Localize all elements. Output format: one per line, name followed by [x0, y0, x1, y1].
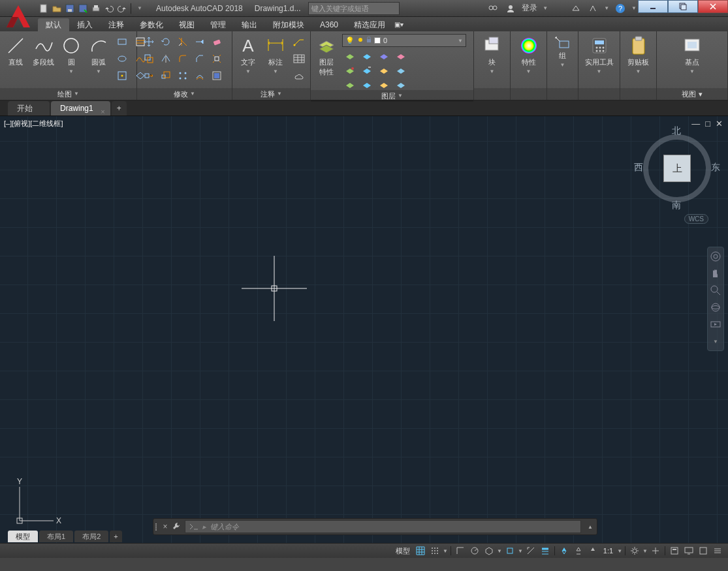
rotate-icon[interactable] — [158, 34, 174, 50]
layeroff-icon[interactable] — [342, 48, 358, 64]
viewcube-west[interactable]: 西 — [634, 162, 643, 174]
clipboard-button[interactable]: 剪贴板▼ — [626, 34, 650, 76]
panel-modify-title[interactable]: 修改▼ — [137, 88, 232, 100]
tab-annotate[interactable]: 注释 — [101, 18, 132, 31]
annoauto-icon[interactable] — [586, 545, 599, 557]
extend-icon[interactable] — [192, 34, 208, 50]
base-button[interactable]: 基点▼ — [680, 34, 704, 76]
close-button[interactable] — [698, 0, 728, 13]
autodesk-app-icon[interactable] — [587, 3, 599, 14]
steering-wheel-icon[interactable] — [709, 250, 722, 263]
offset-icon[interactable] — [192, 68, 208, 84]
navbar-expand-icon[interactable]: ▼ — [709, 335, 722, 348]
layout-2[interactable]: 布局2 — [74, 531, 108, 542]
status-scale[interactable]: 1:1 — [601, 547, 616, 555]
quickprops-icon[interactable] — [668, 545, 681, 557]
layout-1[interactable]: 布局1 — [39, 531, 73, 542]
tab-view[interactable]: 视图 — [171, 18, 202, 31]
plot-icon[interactable] — [90, 3, 102, 14]
leader-icon[interactable] — [291, 34, 307, 50]
erase-icon[interactable] — [209, 34, 225, 50]
viewport-minimize-icon[interactable]: — — [691, 119, 700, 129]
layer-properties-button[interactable]: 图层 特性 — [315, 34, 338, 78]
ribbon-overflow-icon[interactable]: ▣▾ — [393, 18, 405, 31]
cmd-options-icon[interactable] — [170, 521, 182, 532]
command-input[interactable]: ▸ 键入命令 — [185, 520, 581, 533]
minimize-button[interactable] — [638, 0, 668, 13]
chamfer-icon[interactable] — [192, 51, 208, 67]
showmotion-icon[interactable] — [709, 318, 722, 331]
isodraft-icon[interactable] — [483, 545, 496, 557]
table-icon[interactable] — [291, 51, 307, 67]
block-button[interactable]: 块▼ — [481, 34, 504, 76]
viewport-close-icon[interactable]: ✕ — [716, 119, 723, 129]
viewport-maximize-icon[interactable]: □ — [705, 119, 710, 129]
ortho-icon[interactable] — [454, 545, 467, 557]
tab-default[interactable]: 默认 — [38, 18, 69, 31]
layout-model[interactable]: 模型 — [8, 531, 38, 542]
utilities-button[interactable]: 实用工具▼ — [584, 34, 615, 76]
open-icon[interactable] — [51, 3, 63, 14]
copy-icon[interactable] — [141, 51, 157, 67]
app-menu-icon[interactable] — [3, 1, 34, 33]
osnap-icon[interactable] — [503, 545, 516, 557]
point-icon[interactable] — [114, 68, 130, 84]
drawing-area[interactable]: [–][俯视][二维线框] — □ ✕ .cursor{left:370px;t… — [0, 116, 728, 543]
fillet-icon[interactable] — [175, 51, 191, 67]
cmd-grip-icon[interactable] — [153, 523, 160, 531]
layer-dropdown[interactable]: 💡 0 ▼ — [342, 34, 466, 47]
otrack-icon[interactable] — [524, 545, 537, 557]
tab-a360[interactable]: A360 — [312, 18, 346, 31]
qat-customize-icon[interactable]: ▼ — [134, 3, 146, 14]
undo-icon[interactable] — [103, 3, 115, 14]
properties-button[interactable]: 特性▼ — [517, 34, 541, 76]
tab-parametric[interactable]: 参数化 — [132, 18, 171, 31]
view-cube[interactable]: 上 北 南 东 西 — [638, 129, 716, 208]
tab-start[interactable]: 开始 — [8, 101, 50, 116]
viewport-label[interactable]: [–][俯视][二维线框] — [4, 119, 63, 129]
layerfreeze-icon[interactable] — [376, 48, 392, 64]
help-icon[interactable]: ? — [614, 3, 626, 14]
arc-button[interactable]: 圆弧▼ — [87, 34, 110, 76]
circle-button[interactable]: 圆▼ — [59, 34, 83, 76]
new-icon[interactable] — [38, 3, 50, 14]
move-icon[interactable] — [141, 34, 157, 50]
align-icon[interactable] — [209, 68, 225, 84]
monitor-icon[interactable] — [682, 545, 695, 557]
polyline-button[interactable]: 多段线 — [31, 34, 55, 69]
viewcube-east[interactable]: 东 — [711, 162, 720, 174]
trim-icon[interactable] — [175, 34, 191, 50]
dimension-button[interactable]: 标注▼ — [264, 34, 287, 76]
tab-drawing1[interactable]: Drawing1× — [51, 101, 110, 116]
mirror-icon[interactable] — [158, 51, 174, 67]
panel-layer-title[interactable]: 图层▼ — [311, 90, 473, 102]
polar-icon[interactable] — [468, 545, 481, 557]
ellipse-icon[interactable] — [114, 51, 130, 67]
viewcube-north[interactable]: 北 — [672, 125, 681, 137]
tab-output[interactable]: 输出 — [234, 18, 265, 31]
panel-draw-title[interactable]: 绘图▼ — [0, 88, 136, 100]
layout-add-button[interactable]: + — [110, 531, 121, 542]
cloud-icon[interactable] — [291, 68, 307, 84]
explode-icon[interactable] — [209, 51, 225, 67]
saveas-icon[interactable] — [77, 3, 89, 14]
line-button[interactable]: 直线 — [4, 34, 27, 69]
scale-icon[interactable] — [158, 68, 174, 84]
zoom-icon[interactable] — [709, 284, 722, 297]
cmd-close-icon[interactable]: × — [160, 522, 170, 531]
tab-manage[interactable]: 管理 — [202, 18, 234, 31]
layerprev-icon[interactable] — [359, 63, 375, 78]
layermatch-icon[interactable] — [342, 63, 358, 78]
tab-featured[interactable]: 精选应用 — [346, 18, 393, 31]
command-line[interactable]: × ▸ 键入命令 ▲ — [153, 518, 597, 535]
workspace-icon[interactable] — [649, 545, 662, 557]
pan-icon[interactable] — [709, 267, 722, 280]
infocenter-icon[interactable] — [488, 3, 499, 14]
redo-icon[interactable] — [116, 3, 128, 14]
layerlock-icon[interactable] — [393, 48, 409, 64]
lineweight-icon[interactable] — [539, 545, 552, 557]
layerthaw-icon[interactable] — [393, 63, 409, 78]
layeriso-icon[interactable] — [359, 48, 375, 64]
signin-label[interactable]: 登录 — [522, 3, 537, 14]
new-tab-button[interactable]: + — [112, 101, 127, 116]
